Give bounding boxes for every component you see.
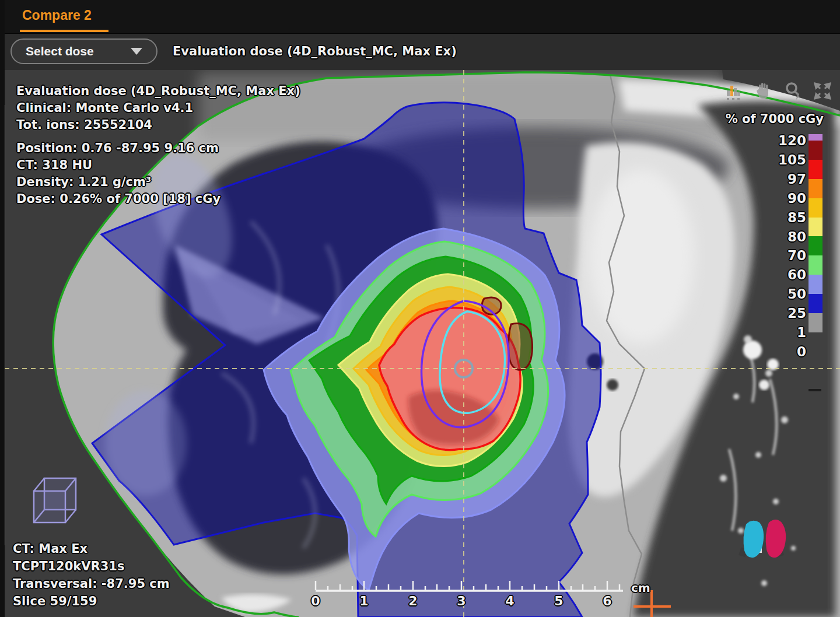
ruler-label-5: 5 bbox=[549, 594, 569, 608]
info-position: Position: 0.76 -87.95 9.16 cm bbox=[16, 140, 300, 157]
info-clinical: Clinical: Monte Carlo v4.1 bbox=[16, 100, 300, 117]
info-ct-hu: CT: 318 HU bbox=[16, 157, 300, 174]
ruler-label-2: 2 bbox=[403, 594, 423, 608]
fullscreen-icon[interactable] bbox=[813, 81, 832, 101]
legend-band-85 bbox=[808, 198, 822, 218]
legend-label-97: 97 bbox=[750, 171, 806, 187]
treatment-planning-window: Compare 2 Select dose Evaluation dose (4… bbox=[0, 0, 840, 617]
legend-color-bar bbox=[808, 134, 822, 332]
wash-highlight-2 bbox=[105, 391, 187, 496]
view-tools bbox=[725, 79, 839, 103]
info-dose: Dose: 0.26% of 7000 [18] cGy bbox=[16, 191, 300, 208]
info-ct-name: CT: Max Ex bbox=[13, 540, 170, 558]
info-series: TCPT120kVR31s bbox=[13, 558, 170, 575]
ruler-label-1: 1 bbox=[354, 594, 374, 608]
tab-bar: Compare 2 bbox=[0, 0, 840, 34]
ct-dose-viewport[interactable]: Evaluation dose (4D_Robust_MC, Max Ex) C… bbox=[0, 70, 840, 617]
legend-zero-tick bbox=[808, 389, 821, 391]
ruler-label-4: 4 bbox=[500, 594, 520, 608]
legend-label-50: 50 bbox=[750, 286, 806, 302]
tab-active-underline bbox=[20, 30, 108, 32]
legend-band-120 bbox=[808, 134, 822, 141]
legend-label-90: 90 bbox=[750, 191, 806, 206]
info-plane: Transversal: -87.95 cm bbox=[13, 575, 170, 593]
dvh-histogram-icon[interactable] bbox=[725, 81, 745, 101]
info-slice-number: Slice 59/159 bbox=[13, 593, 170, 610]
legend-band-70 bbox=[808, 236, 822, 255]
left-panel-edge bbox=[0, 0, 5, 617]
legend-band-80 bbox=[808, 218, 822, 237]
legend-label-60: 60 bbox=[750, 267, 806, 283]
select-dose-button[interactable]: Select dose bbox=[10, 38, 158, 64]
slice-info-overlay: CT: Max Ex TCPT120kVR31s Transversal: -8… bbox=[13, 540, 170, 610]
dose-info-overlay: Evaluation dose (4D_Robust_MC, Max Ex) C… bbox=[16, 83, 300, 208]
legend-band-25 bbox=[808, 294, 822, 313]
legend-band-60 bbox=[808, 255, 822, 275]
ruler-label-6: 6 bbox=[597, 594, 617, 608]
zoom-magnifier-icon[interactable] bbox=[783, 81, 803, 101]
dropdown-arrow-icon bbox=[131, 48, 142, 55]
legend-label-105: 105 bbox=[750, 152, 806, 168]
legend-label-120: 120 bbox=[750, 133, 806, 149]
ruler-unit-label: cm bbox=[631, 581, 650, 595]
heart-bright-core bbox=[589, 169, 694, 344]
legend-band-50 bbox=[808, 275, 822, 294]
info-tot-ions: Tot. ions: 25552104 bbox=[16, 117, 300, 134]
legend-band-105 bbox=[808, 141, 822, 160]
legend-label-0: 0 bbox=[750, 344, 806, 360]
select-dose-label: Select dose bbox=[26, 44, 94, 58]
ruler-label-3: 3 bbox=[452, 594, 471, 608]
legend-band-97 bbox=[808, 160, 822, 179]
info-density: Density: 1.21 g/cm³ bbox=[16, 174, 300, 191]
info-eval-dose: Evaluation dose (4D_Robust_MC, Max Ex) bbox=[16, 83, 300, 100]
legend-label-70: 70 bbox=[750, 248, 806, 264]
legend-title: % of 7000 cGy bbox=[726, 112, 824, 126]
legend-label-85: 85 bbox=[750, 210, 806, 226]
evaluation-dose-label: Evaluation dose (4D_Robust_MC, Max Ex) bbox=[173, 34, 457, 70]
legend-label-1: 1 bbox=[750, 325, 806, 341]
pan-hand-icon[interactable] bbox=[754, 81, 774, 101]
tab-compare-2[interactable]: Compare 2 bbox=[22, 8, 92, 23]
legend-band-90 bbox=[808, 179, 822, 198]
legend-label-80: 80 bbox=[750, 229, 806, 245]
legend-label-25: 25 bbox=[750, 306, 806, 321]
legend-band-1 bbox=[808, 313, 822, 332]
dose-toolbar: Select dose Evaluation dose (4D_Robust_M… bbox=[0, 34, 840, 71]
dose-color-legend: % of 7000 cGy 120 105 97 90 85 80 70 60 … bbox=[729, 108, 826, 371]
ruler-label-0: 0 bbox=[306, 594, 326, 608]
